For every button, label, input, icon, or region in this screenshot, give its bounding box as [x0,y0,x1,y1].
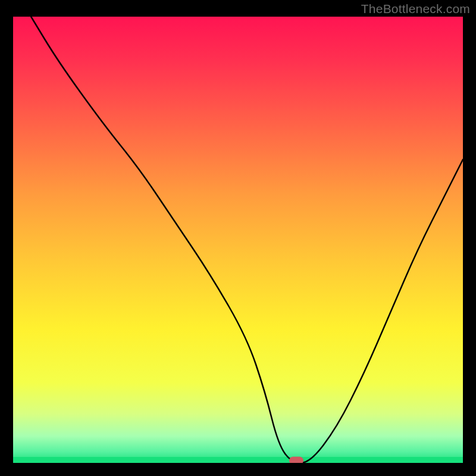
watermark-text: TheBottleneck.com [361,2,470,16]
optimal-point-marker [289,457,303,463]
plot-area [13,17,463,463]
bottleneck-curve [13,17,463,463]
chart-frame: TheBottleneck.com [0,0,476,476]
